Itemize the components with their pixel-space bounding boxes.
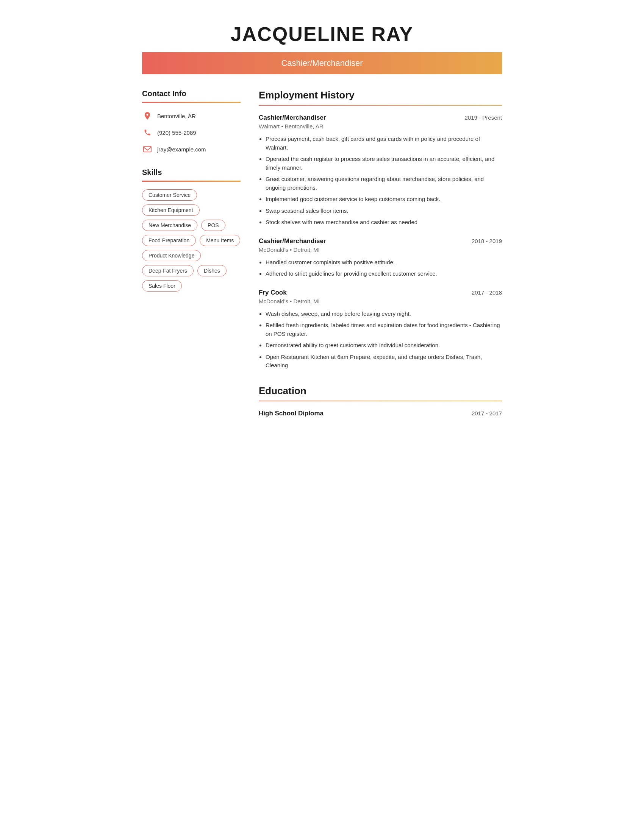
contact-address: Bentonville, AR: [142, 111, 241, 121]
edu-dates: 2017 - 2017: [472, 410, 502, 416]
list-item: Demonstrated ability to greet customers …: [266, 341, 502, 350]
list-item: Stock shelves with new merchandise and c…: [266, 218, 502, 227]
skill-tag: Menu Items: [200, 235, 240, 246]
contact-section-title: Contact Info: [142, 89, 241, 98]
contact-email: jray@example.com: [142, 144, 241, 154]
list-item: Open Restaurant Kitchen at 6am Prepare, …: [266, 353, 502, 370]
jobs-container: Cashier/Merchandiser2019 - PresentWalmar…: [259, 114, 502, 370]
header-title-bar: Cashier/Merchandiser: [142, 52, 502, 74]
job-title: Fry Cook: [259, 289, 287, 296]
list-item: Operated the cash register to process st…: [266, 155, 502, 172]
education-section-title: Education: [259, 385, 502, 397]
job-header: Cashier/Merchandiser2019 - Present: [259, 114, 502, 122]
job-title: Cashier/Merchandiser: [259, 237, 326, 245]
main-content: Employment History Cashier/Merchandiser2…: [259, 89, 502, 419]
contact-section: Contact Info Bentonville, AR: [142, 89, 241, 154]
skill-tag: Product Knowledge: [142, 250, 201, 261]
job-header: Cashier/Merchandiser2018 - 2019: [259, 237, 502, 245]
education-section: Education High School Diploma2017 - 2017: [259, 385, 502, 417]
degree-title: High School Diploma: [259, 410, 324, 417]
education-divider: [259, 400, 502, 401]
job-bullets: Process payment, cash back, gift cards a…: [259, 135, 502, 227]
job-block: Cashier/Merchandiser2019 - PresentWalmar…: [259, 114, 502, 227]
contact-divider: [142, 102, 241, 103]
skills-section-title: Skills: [142, 168, 241, 177]
skill-tag: Customer Service: [142, 189, 197, 201]
job-header: Fry Cook2017 - 2018: [259, 289, 502, 296]
skill-tag: Sales Floor: [142, 280, 182, 291]
svg-rect-0: [143, 146, 151, 152]
job-bullets: Handled customer complaints with positiv…: [259, 258, 502, 278]
job-bullets: Wash dishes, sweep, and mop before leavi…: [259, 310, 502, 370]
job-title: Cashier/Merchandiser: [259, 114, 326, 122]
job-dates: 2019 - Present: [465, 114, 502, 121]
job-dates: 2018 - 2019: [472, 238, 502, 244]
skill-tag: Kitchen Equipment: [142, 204, 200, 216]
employment-section-title: Employment History: [259, 89, 502, 101]
list-item: Process payment, cash back, gift cards a…: [266, 135, 502, 152]
email-icon: [142, 144, 153, 154]
employment-section: Employment History Cashier/Merchandiser2…: [259, 89, 502, 370]
job-block: Fry Cook2017 - 2018McDonald's • Detroit,…: [259, 289, 502, 370]
email-text: jray@example.com: [157, 146, 206, 153]
list-item: Refilled fresh ingredients, labeled time…: [266, 321, 502, 338]
contact-phone: (920) 555-2089: [142, 127, 241, 138]
address-text: Bentonville, AR: [157, 113, 196, 119]
skills-section: Skills Customer ServiceKitchen Equipment…: [142, 168, 241, 291]
education-block: High School Diploma2017 - 2017: [259, 410, 502, 417]
list-item: Handled customer complaints with positiv…: [266, 258, 502, 267]
list-item: Greet customer, answering questions rega…: [266, 175, 502, 192]
job-dates: 2017 - 2018: [472, 289, 502, 296]
job-location: McDonald's • Detroit, MI: [259, 298, 502, 304]
resume-name: JACQUELINE RAY: [142, 23, 502, 45]
job-location: Walmart • Bentonville, AR: [259, 123, 502, 130]
sidebar: Contact Info Bentonville, AR: [142, 89, 241, 419]
list-item: Wash dishes, sweep, and mop before leavi…: [266, 310, 502, 318]
skill-tag: Food Preparation: [142, 235, 196, 246]
skill-tag: Dishes: [197, 265, 227, 277]
edu-container: High School Diploma2017 - 2017: [259, 410, 502, 417]
job-location: McDonald's • Detroit, MI: [259, 246, 502, 253]
skill-tag: Deep-Fat Fryers: [142, 265, 193, 277]
phone-icon: [142, 127, 153, 138]
skill-tag: New Merchandise: [142, 220, 197, 231]
skills-divider: [142, 181, 241, 182]
list-item: Swap seasonal sales floor items.: [266, 207, 502, 215]
edu-header: High School Diploma2017 - 2017: [259, 410, 502, 417]
job-title-header: Cashier/Merchandiser: [281, 58, 362, 68]
list-item: Implemented good customer service to kee…: [266, 195, 502, 204]
job-block: Cashier/Merchandiser2018 - 2019McDonald'…: [259, 237, 502, 278]
list-item: Adhered to strict guidelines for providi…: [266, 270, 502, 278]
skill-tags-container: Customer ServiceKitchen EquipmentNew Mer…: [142, 189, 241, 291]
location-icon: [142, 111, 153, 121]
skill-tag: POS: [201, 220, 225, 231]
employment-divider: [259, 105, 502, 106]
phone-text: (920) 555-2089: [157, 130, 196, 136]
